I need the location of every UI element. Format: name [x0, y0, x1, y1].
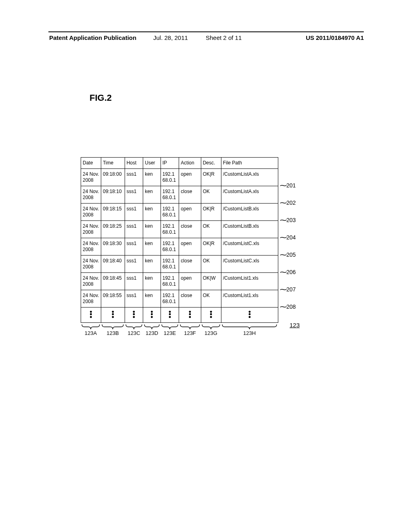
col-header-ip: IP	[161, 158, 179, 169]
cell-host: sss1	[125, 221, 143, 238]
table-row: 24 Nov. 200809:18:55sss1ken192.168.0.1cl…	[81, 290, 278, 308]
ellipsis-cell: •••	[143, 308, 161, 323]
col-header-desc: Desc.	[201, 158, 221, 169]
table-row: 24 Nov. 200809:18:25sss1ken192.168.0.1cl…	[81, 221, 278, 238]
cell-desc: OK|W	[201, 273, 221, 290]
cell-file: /CustomList1.xls	[221, 290, 278, 308]
table-header-row: Date Time Host User IP Action Desc. File…	[81, 158, 278, 169]
cell-file: /CustomListA.xls	[221, 186, 278, 204]
cell-date: 24 Nov. 2008	[81, 273, 101, 290]
cell-date: 24 Nov. 2008	[81, 290, 101, 308]
tilde-icon: ∼	[279, 233, 288, 242]
col-header-action: Action	[179, 158, 201, 169]
cell-action: open	[179, 169, 201, 186]
cell-action: open	[179, 238, 201, 256]
cell-host: sss1	[125, 290, 143, 308]
cell-user: ken	[143, 186, 161, 204]
tilde-icon: ∼	[279, 285, 288, 294]
cell-action: open	[179, 273, 201, 290]
cell-time: 09:18:00	[101, 169, 125, 186]
cell-date: 24 Nov. 2008	[81, 169, 101, 186]
col-header-filepath: File Path	[221, 158, 278, 169]
cell-date: 24 Nov. 2008	[81, 256, 101, 273]
cell-host: sss1	[125, 204, 143, 221]
log-table: Date Time Host User IP Action Desc. File…	[81, 157, 278, 323]
col-header-time: Time	[101, 158, 125, 169]
figure-label: FIG.2	[90, 93, 112, 103]
tilde-icon: ∼	[279, 181, 288, 190]
ellipsis-cell: •••	[125, 308, 143, 323]
column-brace-row	[81, 324, 278, 329]
table-reference-number: 123	[290, 322, 300, 328]
cell-date: 24 Nov. 2008	[81, 221, 101, 238]
column-reference-label: 123D	[143, 330, 161, 336]
cell-file: /CustomListA.xls	[221, 169, 278, 186]
row-reference-number: ∼205	[280, 251, 296, 260]
log-table-container: Date Time Host User IP Action Desc. File…	[81, 157, 278, 323]
ellipsis-cell: •••	[81, 308, 101, 323]
row-reference-number: ∼202	[280, 199, 296, 208]
row-reference-number: ∼208	[280, 303, 296, 312]
cell-date: 24 Nov. 2008	[81, 238, 101, 256]
ellipsis-cell: •••	[201, 308, 221, 323]
col-header-date: Date	[81, 158, 101, 169]
cell-desc: OK|R	[201, 238, 221, 256]
cell-action: close	[179, 186, 201, 204]
cell-time: 09:18:55	[101, 290, 125, 308]
cell-file: /CustomListB.xls	[221, 221, 278, 238]
row-reference-number: ∼201	[280, 181, 296, 190]
header-left: Patent Application Publication	[49, 34, 136, 41]
cell-ip: 192.168.0.1	[161, 256, 179, 273]
cell-user: ken	[143, 221, 161, 238]
cell-ip: 192.168.0.1	[161, 204, 179, 221]
cell-desc: OK	[201, 221, 221, 238]
cell-host: sss1	[125, 256, 143, 273]
column-reference-label: 123H	[221, 330, 278, 336]
tilde-icon: ∼	[279, 250, 288, 259]
tilde-icon: ∼	[279, 216, 288, 224]
table-row: 24 Nov. 200809:18:30sss1ken192.168.0.1op…	[81, 238, 278, 256]
table-row: 24 Nov. 200809:18:15sss1ken192.168.0.1op…	[81, 204, 278, 221]
cell-host: sss1	[125, 169, 143, 186]
cell-desc: OK	[201, 290, 221, 308]
table-row: 24 Nov. 200809:18:45sss1ken192.168.0.1op…	[81, 273, 278, 290]
cell-user: ken	[143, 169, 161, 186]
tilde-icon: ∼	[279, 268, 288, 276]
cell-time: 09:18:40	[101, 256, 125, 273]
table-row: 24 Nov. 200809:18:40sss1ken192.168.0.1cl…	[81, 256, 278, 273]
tilde-icon: ∼	[279, 198, 288, 207]
tilde-icon: ∼	[279, 302, 288, 311]
ellipsis-cell: •••	[221, 308, 278, 323]
column-reference-label: 123G	[201, 330, 221, 336]
table-row: 24 Nov. 200809:18:00sss1ken192.168.0.1op…	[81, 169, 278, 186]
cell-host: sss1	[125, 186, 143, 204]
cell-ip: 192.168.0.1	[161, 273, 179, 290]
cell-desc: OK|R	[201, 204, 221, 221]
table-row: 24 Nov. 200809:18:10sss1ken192.168.0.1cl…	[81, 186, 278, 204]
column-reference-label: 123C	[125, 330, 143, 336]
ellipsis-row: ••••••••••••••••••••••••	[81, 308, 278, 323]
row-reference-number: ∼206	[280, 268, 296, 277]
header-date: Jul. 28, 2011	[153, 34, 188, 41]
header-right: US 2011/0184970 A1	[306, 34, 364, 41]
row-reference-number: ∼203	[280, 216, 296, 225]
col-header-host: Host	[125, 158, 143, 169]
cell-ip: 192.168.0.1	[161, 186, 179, 204]
cell-host: sss1	[125, 273, 143, 290]
cell-user: ken	[143, 256, 161, 273]
cell-desc: OK|R	[201, 169, 221, 186]
cell-action: close	[179, 221, 201, 238]
cell-user: ken	[143, 238, 161, 256]
cell-time: 09:18:30	[101, 238, 125, 256]
cell-ip: 192.168.0.1	[161, 238, 179, 256]
cell-time: 09:18:45	[101, 273, 125, 290]
cell-ip: 192.168.0.1	[161, 290, 179, 308]
cell-ip: 192.168.0.1	[161, 169, 179, 186]
cell-time: 09:18:25	[101, 221, 125, 238]
cell-date: 24 Nov. 2008	[81, 186, 101, 204]
cell-desc: OK	[201, 256, 221, 273]
column-reference-label: 123A	[81, 330, 101, 336]
row-reference-number: ∼204	[280, 233, 296, 242]
cell-file: /CustomListC.xls	[221, 256, 278, 273]
cell-host: sss1	[125, 238, 143, 256]
